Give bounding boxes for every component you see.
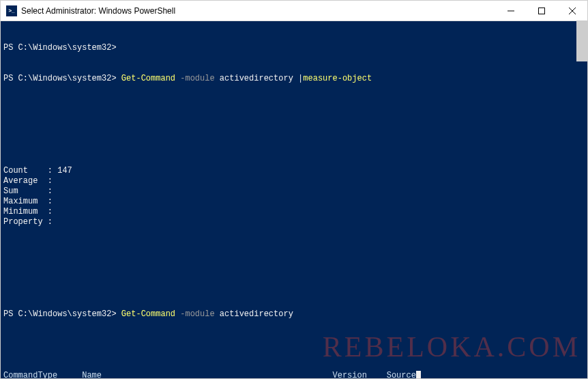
cmd-measure: measure-object bbox=[303, 74, 372, 83]
blank-line bbox=[3, 340, 585, 350]
window-title: Select Administrator: Windows PowerShell bbox=[21, 6, 495, 16]
minimize-button[interactable] bbox=[495, 1, 526, 20]
powershell-icon: >_ bbox=[6, 5, 17, 16]
blank-line bbox=[3, 104, 585, 115]
prompt-line-3: PS C:\Windows\system32> Get-Command -mod… bbox=[3, 309, 585, 320]
stat-line: Maximum : bbox=[3, 197, 585, 207]
titlebar[interactable]: >_ Select Administrator: Windows PowerSh… bbox=[1, 1, 587, 21]
blank-line bbox=[3, 279, 585, 289]
ps-prompt: PS C:\Windows\system32> bbox=[3, 74, 121, 83]
scrollbar-thumb[interactable] bbox=[576, 20, 588, 61]
stat-line: Property : bbox=[3, 217, 585, 227]
cmd-arg: activedirectory | bbox=[220, 74, 303, 83]
blank-line bbox=[3, 135, 585, 145]
ps-prompt: PS C:\Windows\system32> bbox=[3, 309, 121, 319]
stat-line: Sum : bbox=[3, 186, 585, 197]
close-button[interactable] bbox=[557, 1, 587, 20]
prompt-line-2: PS C:\Windows\system32> Get-Command -mod… bbox=[3, 74, 585, 84]
window-controls bbox=[495, 1, 587, 20]
svg-rect-1 bbox=[538, 8, 544, 14]
prompt-line-1: PS C:\Windows\system32> bbox=[3, 43, 585, 53]
maximize-button[interactable] bbox=[526, 1, 557, 20]
cmd-flag: -module bbox=[175, 74, 220, 83]
cmd-flag: -module bbox=[175, 309, 220, 319]
powershell-window: >_ Select Administrator: Windows PowerSh… bbox=[0, 0, 588, 379]
stat-line: Average : bbox=[3, 176, 585, 186]
cmd-arg: activedirectory bbox=[220, 309, 293, 319]
terminal-pane[interactable]: PS C:\Windows\system32> PS C:\Windows\sy… bbox=[1, 21, 587, 378]
ps-prompt: PS C:\Windows\system32> bbox=[3, 43, 121, 53]
stat-line: Minimum : bbox=[3, 207, 585, 217]
text-cursor bbox=[416, 371, 421, 378]
cmd-get-command: Get-Command bbox=[121, 309, 175, 319]
table-headers: CommandType Name Version Source bbox=[3, 371, 585, 378]
stat-line: Count : 147 bbox=[3, 166, 585, 176]
blank-line bbox=[3, 248, 585, 258]
cmd-get-command: Get-Command bbox=[121, 74, 175, 83]
